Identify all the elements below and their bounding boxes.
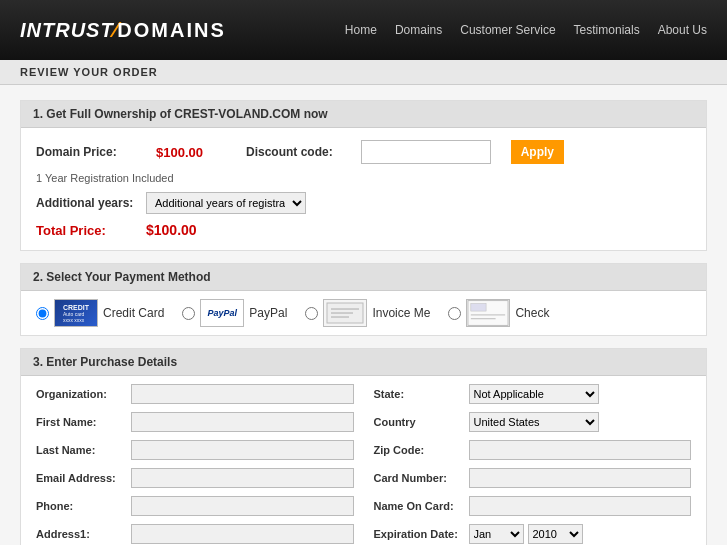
country-select[interactable]: United States xyxy=(469,412,599,432)
card-number-input[interactable] xyxy=(469,468,692,488)
total-price-label: Total Price: xyxy=(36,223,136,238)
org-row: Organization: xyxy=(36,384,354,404)
lastname-row: Last Name: xyxy=(36,440,354,460)
email-row: Email Address: xyxy=(36,468,354,488)
name-on-card-row: Name On Card: xyxy=(374,496,692,516)
nav-about-us[interactable]: About Us xyxy=(658,23,707,37)
header: INTRUST ⁄ DOMAINS Home Domains Customer … xyxy=(0,0,727,60)
organization-input[interactable] xyxy=(131,384,354,404)
paypal-icon: PayPal xyxy=(200,299,244,327)
payment-radio-invoice[interactable] xyxy=(305,307,318,320)
firstname-row: First Name: xyxy=(36,412,354,432)
main-nav: Home Domains Customer Service Testimonia… xyxy=(345,23,707,37)
step3-header: 3. Enter Purchase Details xyxy=(21,349,706,376)
name-on-card-input[interactable] xyxy=(469,496,692,516)
firstname-label: First Name: xyxy=(36,416,131,428)
country-label: Country xyxy=(374,416,469,428)
domain-price-label: Domain Price: xyxy=(36,145,136,159)
discount-label: Discount code: xyxy=(246,145,333,159)
address1-input[interactable] xyxy=(131,524,354,544)
purchase-form: Organization: First Name: Last Name: Ema… xyxy=(21,376,706,545)
email-input[interactable] xyxy=(131,468,354,488)
check-icon xyxy=(466,299,510,327)
country-row: Country United States xyxy=(374,412,692,432)
payment-label-cc: Credit Card xyxy=(103,306,164,320)
payment-label-invoice: Invoice Me xyxy=(372,306,430,320)
name-on-card-label: Name On Card: xyxy=(374,500,469,512)
nav-domains[interactable]: Domains xyxy=(395,23,442,37)
exp-month-select[interactable]: JanFebMarApr MayJunJulAug SepOctNovDec xyxy=(469,524,524,544)
card-number-label: Card Number: xyxy=(374,472,469,484)
additional-years-label: Additional years: xyxy=(36,196,136,210)
phone-row: Phone: xyxy=(36,496,354,516)
logo: INTRUST ⁄ DOMAINS xyxy=(20,17,226,43)
included-text: 1 Year Registration Included xyxy=(36,172,691,184)
payment-option-check[interactable]: Check xyxy=(448,299,549,327)
domain-price-row: Domain Price: $100.00 Discount code: App… xyxy=(36,140,691,164)
address1-row: Address1: xyxy=(36,524,354,544)
address1-label: Address1: xyxy=(36,528,131,540)
org-label: Organization: xyxy=(36,388,131,400)
credit-card-icon: CREDIT Auto card xxxx xxxx xyxy=(54,299,98,327)
payment-label-paypal: PayPal xyxy=(249,306,287,320)
step1-body: Domain Price: $100.00 Discount code: App… xyxy=(21,128,706,250)
invoice-icon xyxy=(323,299,367,327)
additional-years-row: Additional years: Additional years of re… xyxy=(36,192,691,214)
step2-section: 2. Select Your Payment Method CREDIT Aut… xyxy=(20,263,707,336)
form-left-col: Organization: First Name: Last Name: Ema… xyxy=(36,384,354,545)
payment-radio-check[interactable] xyxy=(448,307,461,320)
payment-label-check: Check xyxy=(515,306,549,320)
total-price-value: $100.00 xyxy=(146,222,197,238)
lastname-input[interactable] xyxy=(131,440,354,460)
exp-selects: JanFebMarApr MayJunJulAug SepOctNovDec 2… xyxy=(469,524,583,544)
lastname-label: Last Name: xyxy=(36,444,131,456)
payment-option-invoice[interactable]: Invoice Me xyxy=(305,299,430,327)
phone-input[interactable] xyxy=(131,496,354,516)
exp-date-label: Expiration Date: xyxy=(374,528,469,540)
additional-years-select[interactable]: Additional years of registration xyxy=(146,192,306,214)
apply-button[interactable]: Apply xyxy=(511,140,564,164)
phone-label: Phone: xyxy=(36,500,131,512)
nav-customer-service[interactable]: Customer Service xyxy=(460,23,555,37)
zip-label: Zip Code: xyxy=(374,444,469,456)
logo-text-domains: DOMAINS xyxy=(117,19,225,42)
payment-options: CREDIT Auto card xxxx xxxx Credit Card P… xyxy=(21,291,706,335)
card-number-row: Card Number: xyxy=(374,468,692,488)
discount-input[interactable] xyxy=(361,140,491,164)
payment-radio-paypal[interactable] xyxy=(182,307,195,320)
step2-header: 2. Select Your Payment Method xyxy=(21,264,706,291)
payment-option-paypal[interactable]: PayPal PayPal xyxy=(182,299,287,327)
state-row: State: Not Applicable xyxy=(374,384,692,404)
firstname-input[interactable] xyxy=(131,412,354,432)
nav-home[interactable]: Home xyxy=(345,23,377,37)
nav-testimonials[interactable]: Testimonials xyxy=(574,23,640,37)
svg-rect-5 xyxy=(471,303,486,311)
step1-header: 1. Get Full Ownership of CREST-VOLAND.CO… xyxy=(21,101,706,128)
total-price-row: Total Price: $100.00 xyxy=(36,222,691,238)
logo-text-intrust: INTRUST xyxy=(20,19,114,42)
email-label: Email Address: xyxy=(36,472,131,484)
exp-year-select[interactable]: 2010201120122013 20142015 xyxy=(528,524,583,544)
main-content: 1. Get Full Ownership of CREST-VOLAND.CO… xyxy=(0,85,727,545)
state-select[interactable]: Not Applicable xyxy=(469,384,599,404)
step3-section: 3. Enter Purchase Details Organization: … xyxy=(20,348,707,545)
page-subheader: REVIEW YOUR ORDER xyxy=(0,60,727,85)
form-right-col: State: Not Applicable Country United Sta… xyxy=(374,384,692,545)
zip-input[interactable] xyxy=(469,440,692,460)
exp-date-row: Expiration Date: JanFebMarApr MayJunJulA… xyxy=(374,524,692,544)
payment-option-cc[interactable]: CREDIT Auto card xxxx xxxx Credit Card xyxy=(36,299,164,327)
step1-section: 1. Get Full Ownership of CREST-VOLAND.CO… xyxy=(20,100,707,251)
payment-radio-cc[interactable] xyxy=(36,307,49,320)
zip-row: Zip Code: xyxy=(374,440,692,460)
domain-price-value: $100.00 xyxy=(156,145,226,160)
page-title: REVIEW YOUR ORDER xyxy=(20,66,158,78)
state-label: State: xyxy=(374,388,469,400)
